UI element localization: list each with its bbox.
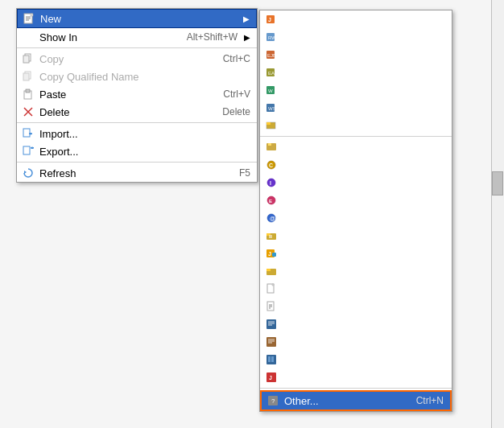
copy-label: Copy [39, 53, 207, 65]
svg-rect-21 [268, 143, 271, 146]
submenu-new: J Java Project RW Report Web Project [259, 10, 452, 412]
menu-item-delete[interactable]: Delete Delete [17, 103, 257, 121]
report-icon [265, 318, 278, 331]
svg-rect-61 [23, 56, 29, 63]
submenu-enum[interactable]: E Enum [260, 191, 452, 209]
submenu-untitled[interactable]: Untitled Text File [260, 298, 452, 315]
interface-icon: I [265, 176, 278, 189]
import-label: Import... [39, 128, 250, 140]
java-working-set-icon: J [265, 247, 278, 260]
other-icon: ? [266, 394, 279, 407]
submenu-library[interactable]: Library [260, 351, 452, 368]
menu-item-import[interactable]: Import... [17, 125, 257, 142]
submenu-source-folder[interactable]: Source Folder [260, 227, 452, 245]
untitled-label: Untitled Text File [283, 301, 445, 313]
junit-icon: J [265, 371, 278, 384]
template-icon [265, 335, 278, 348]
menu-item-new[interactable]: New ▶ J Java Project RW [17, 9, 257, 28]
menu-item-refresh[interactable]: Refresh F5 [17, 164, 257, 182]
svg-rect-19 [266, 122, 271, 125]
svg-text:EJB: EJB [267, 53, 276, 58]
report-web-label: Report Web Project [283, 31, 445, 43]
project-icon [265, 119, 278, 132]
java-project-icon: J [265, 13, 278, 26]
svg-rect-55 [271, 356, 274, 362]
import-icon [22, 127, 35, 140]
submenu-junit[interactable]: J JUnit Test Case [260, 368, 452, 386]
java-project-label: Java Project [283, 14, 445, 26]
menu-item-show-in[interactable]: Show In Alt+Shift+W ▶ [17, 28, 257, 46]
scrollbar[interactable] [491, 0, 504, 428]
submenu-interface[interactable]: I Interface [260, 174, 452, 191]
svg-text:EA: EA [268, 71, 275, 76]
enum-label: Enum [283, 195, 445, 207]
web-project-label: Web Project [283, 84, 445, 97]
submenu-report-web[interactable]: RW Report Web Project [260, 28, 452, 46]
svg-text:J: J [269, 375, 272, 381]
menu-item-copy[interactable]: Copy Ctrl+C [17, 50, 257, 68]
svg-point-24 [267, 179, 275, 187]
paste-label: Paste [39, 88, 207, 101]
submenu-web-service[interactable]: WS Web Service Project [260, 99, 452, 117]
folder-label: Folder [283, 265, 445, 278]
separator-2 [17, 122, 257, 123]
refresh-shortcut: F5 [239, 167, 250, 179]
folder-icon [265, 265, 278, 278]
svg-rect-49 [266, 337, 276, 347]
new-arrow: ▶ [243, 14, 250, 23]
file-label: File [283, 283, 445, 295]
menu-item-copy-qualified[interactable]: Copy Qualified Name [17, 68, 257, 85]
submenu-other[interactable]: ? Other... Ctrl+N [260, 390, 452, 411]
web-service-icon: WS [265, 101, 278, 114]
other-label: Other... [284, 395, 416, 407]
annotation-icon: @ [265, 212, 278, 224]
paste-shortcut: Ctrl+V [223, 88, 250, 100]
submenu-file[interactable]: File [260, 280, 452, 298]
submenu-package[interactable]: Package [260, 138, 452, 156]
delete-shortcut: Delete [222, 106, 250, 117]
submenu-java-working-set[interactable]: J Java Working Set [260, 245, 452, 262]
submenu-project[interactable]: Project... [260, 117, 452, 134]
submenu-report[interactable]: Report [260, 315, 452, 333]
svg-rect-71 [23, 146, 30, 154]
submenu-class[interactable]: C Class [260, 156, 452, 174]
library-label: Library [283, 354, 445, 366]
submenu-separator-2 [260, 388, 452, 389]
svg-text:W: W [268, 88, 273, 93]
svg-rect-63 [23, 73, 29, 80]
submenu-template[interactable]: Template [260, 333, 452, 351]
report-web-icon: RW [265, 31, 278, 43]
menu-item-export[interactable]: Export... [17, 142, 257, 160]
menu-item-paste[interactable]: Paste Ctrl+V [17, 85, 257, 103]
svg-rect-37 [266, 269, 271, 271]
submenu-enterprise[interactable]: EA Enterprise Application Project [260, 64, 452, 81]
svg-marker-2 [31, 14, 33, 16]
submenu-java-project[interactable]: J Java Project [260, 10, 452, 28]
class-label: Class [283, 159, 445, 171]
show-in-shortcut: Alt+Shift+W [187, 31, 238, 43]
submenu-folder[interactable]: Folder [260, 262, 452, 280]
svg-rect-35 [272, 253, 276, 257]
svg-rect-41 [267, 302, 274, 311]
other-shortcut: Ctrl+N [416, 395, 444, 406]
source-folder-label: Source Folder [283, 230, 445, 242]
package-label: Package [283, 142, 445, 154]
svg-marker-74 [24, 171, 27, 174]
project-label: Project... [283, 120, 445, 132]
svg-rect-32 [269, 235, 272, 238]
svg-rect-54 [268, 356, 271, 362]
delete-label: Delete [39, 106, 206, 118]
submenu-annotation[interactable]: @ Annotation [260, 209, 452, 227]
copy-qualified-icon [22, 70, 35, 83]
scrollbar-thumb[interactable] [492, 171, 503, 195]
show-in-arrow: ▶ [244, 33, 250, 42]
svg-text:C: C [269, 163, 273, 168]
svg-text:I: I [270, 180, 271, 186]
annotation-label: Annotation [283, 212, 445, 224]
delete-icon [22, 105, 35, 118]
java-working-set-label: Java Working Set [283, 248, 445, 260]
submenu-web-project[interactable]: W Web Project [260, 81, 452, 99]
class-icon: C [265, 158, 278, 171]
svg-text:WS: WS [268, 106, 276, 111]
submenu-ejb[interactable]: EJB EJB Project [260, 46, 452, 64]
